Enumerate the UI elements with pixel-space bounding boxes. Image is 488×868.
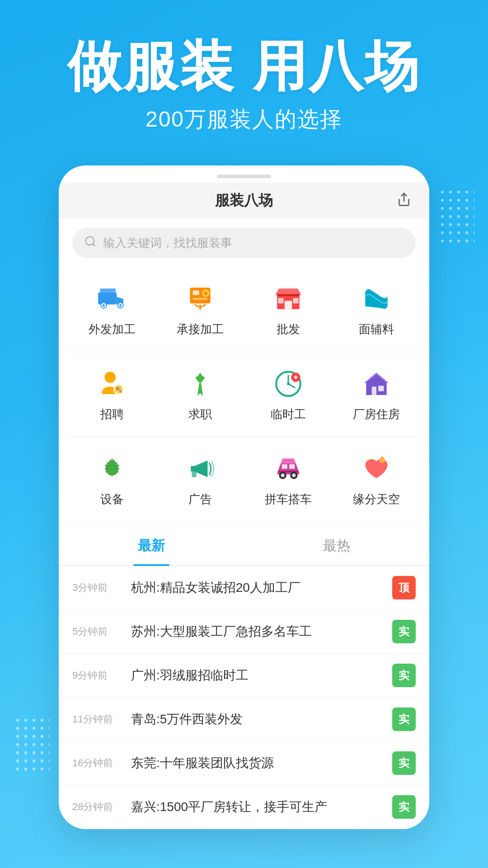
category-label-waifahjiagong: 外发加工 bbox=[89, 321, 136, 337]
app-header: 服装八场 bbox=[59, 183, 429, 219]
svg-point-22 bbox=[116, 387, 119, 390]
app-title: 服装八场 bbox=[215, 191, 273, 211]
svg-rect-3 bbox=[98, 292, 117, 305]
divider-3 bbox=[68, 522, 420, 522]
feed-item-3[interactable]: 11分钟前 青岛:5万件西装外发 实 bbox=[59, 698, 429, 741]
category-item-mianliao[interactable]: 面辅料 bbox=[332, 272, 420, 347]
hero-section: 做服装 用八场 200万服装人的选择 bbox=[0, 0, 488, 152]
gear-icon bbox=[95, 452, 129, 486]
svg-point-12 bbox=[204, 292, 207, 295]
svg-rect-18 bbox=[293, 298, 298, 303]
truck-icon bbox=[95, 282, 129, 316]
svg-rect-19 bbox=[277, 294, 300, 296]
phone-wrapper: 服装八场 输入关键词，找找服装事 bbox=[0, 152, 488, 829]
fabric-icon bbox=[359, 282, 394, 316]
feed-title-2: 广州:羽绒服招临时工 bbox=[131, 666, 383, 684]
feed-time-2: 9分钟前 bbox=[72, 669, 122, 682]
category-grid-row2: 招聘 求职 bbox=[59, 352, 429, 437]
feed-time-1: 5分钟前 bbox=[72, 625, 122, 638]
svg-line-27 bbox=[288, 384, 295, 387]
recruit-icon bbox=[95, 367, 129, 401]
svg-point-20 bbox=[104, 372, 116, 383]
feed-time-0: 3分钟前 bbox=[72, 581, 122, 594]
svg-point-37 bbox=[281, 473, 284, 477]
category-label-pinche: 拼车搭车 bbox=[265, 491, 312, 507]
feed-badge-4: 实 bbox=[392, 751, 416, 775]
feed-title-0: 杭州:精品女装诚招20人加工厂 bbox=[131, 579, 383, 596]
tab-zuire[interactable]: 最热 bbox=[244, 527, 429, 565]
svg-point-42 bbox=[379, 458, 385, 463]
svg-rect-16 bbox=[284, 301, 292, 309]
category-item-shebei[interactable]: 设备 bbox=[68, 442, 156, 517]
category-item-pifa[interactable]: 批发 bbox=[244, 272, 332, 347]
feed-title-4: 东莞:十年服装团队找货源 bbox=[131, 754, 383, 772]
category-item-linshigong[interactable]: 临时工 bbox=[244, 357, 332, 432]
category-label-guanggao: 广告 bbox=[188, 491, 212, 507]
feed-time-5: 28分钟前 bbox=[72, 800, 122, 814]
category-item-chengjiejiagong[interactable]: 承接加工 bbox=[156, 272, 244, 347]
svg-rect-13 bbox=[192, 298, 207, 300]
category-label-yuanfen: 缘分天空 bbox=[353, 491, 400, 507]
feed-time-3: 11分钟前 bbox=[72, 712, 122, 726]
svg-line-2 bbox=[93, 244, 95, 246]
feed-title-1: 苏州:大型服装工厂急招多名车工 bbox=[131, 623, 383, 640]
feed-title-5: 嘉兴:1500平厂房转让，接手可生产 bbox=[131, 798, 383, 816]
category-item-changfang[interactable]: 厂房住房 bbox=[332, 357, 420, 432]
feed-badge-1: 实 bbox=[392, 620, 416, 643]
svg-point-39 bbox=[292, 473, 296, 477]
feed-list: 3分钟前 杭州:精品女装诚招20人加工厂 顶 5分钟前 苏州:大型服装工厂急招多… bbox=[59, 566, 429, 829]
share-icon[interactable] bbox=[397, 192, 411, 210]
svg-rect-40 bbox=[282, 464, 287, 469]
feed-badge-2: 实 bbox=[392, 664, 416, 687]
notch-bar bbox=[217, 175, 271, 178]
phone-mockup: 服装八场 输入关键词，找找服装事 bbox=[59, 165, 429, 829]
feed-time-4: 16分钟前 bbox=[72, 756, 122, 770]
category-label-pifa: 批发 bbox=[277, 321, 300, 337]
svg-point-1 bbox=[86, 237, 94, 245]
category-label-linshigong: 临时工 bbox=[271, 406, 306, 422]
category-label-qiuzhi: 求职 bbox=[188, 406, 212, 422]
category-item-guanggao[interactable]: 广告 bbox=[156, 442, 244, 517]
svg-rect-41 bbox=[289, 464, 295, 469]
category-label-shebei: 设备 bbox=[100, 491, 124, 507]
job-icon bbox=[183, 367, 217, 401]
heart-icon bbox=[359, 452, 394, 486]
feed-item-5[interactable]: 28分钟前 嘉兴:1500平厂房转让，接手可生产 实 bbox=[59, 785, 429, 829]
svg-rect-31 bbox=[371, 387, 376, 395]
svg-point-8 bbox=[119, 304, 121, 307]
feed-item-0[interactable]: 3分钟前 杭州:精品女装诚招20人加工厂 顶 bbox=[59, 566, 429, 610]
feed-badge-5: 实 bbox=[392, 795, 416, 819]
feed-item-1[interactable]: 5分钟前 苏州:大型服装工厂急招多名车工 实 bbox=[59, 610, 429, 654]
search-bar[interactable]: 输入关键词，找找服装事 bbox=[72, 228, 416, 258]
hero-title: 做服装 用八场 bbox=[27, 36, 461, 96]
category-item-qiuzhi[interactable]: 求职 bbox=[156, 357, 244, 432]
svg-rect-17 bbox=[278, 298, 283, 303]
search-placeholder: 输入关键词，找找服装事 bbox=[103, 235, 232, 251]
car-icon bbox=[271, 452, 305, 486]
feed-title-3: 青岛:5万件西装外发 bbox=[131, 710, 383, 728]
store-icon bbox=[271, 282, 305, 316]
feed-item-4[interactable]: 16分钟前 东莞:十年服装团队找货源 实 bbox=[59, 741, 429, 785]
megaphone-icon bbox=[183, 452, 217, 486]
hero-subtitle: 200万服装人的选择 bbox=[27, 105, 461, 134]
phone-notch bbox=[59, 165, 429, 183]
category-item-yuanfen[interactable]: 缘分天空 bbox=[332, 442, 420, 517]
clock-icon bbox=[271, 367, 305, 401]
category-grid-row3: 设备 广告 bbox=[59, 437, 429, 522]
svg-rect-10 bbox=[192, 290, 199, 295]
svg-rect-4 bbox=[100, 288, 116, 292]
svg-rect-32 bbox=[378, 386, 384, 391]
tabs: 最新 最热 bbox=[59, 527, 429, 566]
feed-badge-3: 实 bbox=[392, 708, 416, 731]
search-icon bbox=[84, 235, 97, 251]
svg-rect-34 bbox=[192, 472, 196, 477]
category-grid-row1: 外发加工 承接加工 bbox=[59, 267, 429, 352]
category-item-waifahjiagong[interactable]: 外发加工 bbox=[68, 272, 156, 347]
category-label-zhaopin: 招聘 bbox=[100, 406, 124, 422]
feed-item-2[interactable]: 9分钟前 广州:羽绒服招临时工 实 bbox=[59, 654, 429, 698]
category-item-zhaopin[interactable]: 招聘 bbox=[68, 357, 156, 432]
category-label-mianliao: 面辅料 bbox=[359, 321, 394, 337]
category-label-chengjiejiagong: 承接加工 bbox=[177, 321, 224, 337]
category-item-pinche[interactable]: 拼车搭车 bbox=[244, 442, 332, 517]
tab-zuixin[interactable]: 最新 bbox=[59, 527, 244, 565]
